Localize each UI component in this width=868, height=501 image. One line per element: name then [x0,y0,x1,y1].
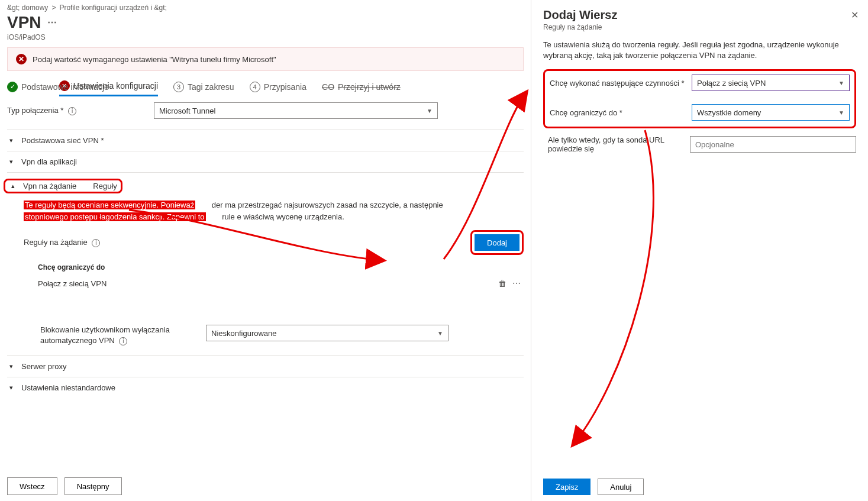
side-row-action: Chcę wykonać następujące czynności * Poł… [550,75,850,91]
block-auto-vpn-label: Blokowanie użytkownikom wyłączania autom… [40,325,200,346]
rule-column-header: Chcę ograniczyć do [24,260,524,275]
section-on-demand-head[interactable]: ▴ Vpn na żądanie Reguły [7,179,524,193]
step-4-num: 4 [250,82,260,92]
connection-type-row: Typ połączenia * i Microsoft Tunnel ▼ [7,102,524,119]
block-auto-vpn-select[interactable]: Nieskonfigurowane ▼ [206,325,448,341]
more-icon[interactable]: ⋯ [47,18,57,27]
more-icon[interactable]: ⋯ [512,279,521,288]
close-icon[interactable]: ✕ [851,9,859,21]
section-proxy-label: Serwer proxy [21,362,67,371]
section-on-demand-rules-label: Reguły [93,182,117,190]
check-icon: ✓ [7,82,18,92]
step-4-label: Przypisania [264,82,306,92]
cancel-button[interactable]: Anuluj [598,479,644,495]
side-row-restrict-select[interactable]: Wszystkie domeny ▼ [692,104,850,121]
chevron-down-icon: ▾ [7,137,15,144]
side-panel-subtitle: Reguły na żądanie [543,23,856,31]
on-demand-desc-hl2: stopniowego postępu łagodzenia sankcji. … [24,212,206,221]
on-demand-rules-label: Reguły na żądanie [24,238,88,247]
side-group-highlight: Chcę wykonać następujące czynności * Poł… [543,69,856,128]
step-3[interactable]: 3 Tagi zakresu [173,82,234,92]
chevron-up-icon: ▴ [9,182,17,190]
connection-type-value: Microsoft Tunnel [159,106,215,115]
section-proxy: ▾ Serwer proxy [7,355,524,377]
side-row-action-select[interactable]: Połącz z siecią VPN ▼ [692,75,850,91]
back-button[interactable]: Wstecz [7,477,57,495]
add-button-highlight: Dodaj [470,230,524,255]
error-text: Podaj wartość wymaganego ustawienia "Wit… [33,55,276,64]
breadcrumb-profiles[interactable]: Profile konfiguracji urządzeń i &gt; [59,4,166,12]
connection-type-label: Typ połączenia * i [7,106,149,115]
chevron-down-icon: ▾ [7,158,15,166]
info-icon[interactable]: i [92,239,100,247]
side-panel-title: Dodaj Wiersz [543,8,856,22]
on-demand-highlight: ▴ Vpn na żądanie Reguły [4,179,122,193]
on-demand-desc-mid1: der ma [212,201,235,209]
breadcrumb: &gt; domowy > Profile konfiguracji urząd… [7,4,524,12]
section-custom-head[interactable]: ▾ Ustawienia niestandardowe [7,383,524,392]
section-per-app: ▾ Vpn dla aplikacji [7,151,524,172]
error-banner: ✕ Podaj wartość wymaganego ustawienia "W… [7,47,524,71]
page-subtitle: iOS/iPadOS [7,33,524,41]
block-auto-vpn-row: Blokowanie użytkownikom wyłączania autom… [24,321,524,350]
connection-type-select[interactable]: Microsoft Tunnel ▼ [154,102,438,119]
step-3-num: 3 [173,82,184,92]
section-proxy-head[interactable]: ▾ Serwer proxy [7,362,524,371]
rule-row-text: Połącz z siecią VPN [38,279,107,288]
footer-side: Zapisz Anuluj [543,479,644,495]
add-rule-button[interactable]: Dodaj [475,234,519,251]
on-demand-desc: Te reguły będą oceniane sekwencyjnie. Po… [24,199,524,223]
error-icon: ✕ [16,54,27,64]
side-row-action-value: Połącz z siecią VPN [697,79,766,88]
next-button[interactable]: Następny [64,477,122,495]
side-row-url: Ale tylko wtedy, gdy ta sonda URL powied… [543,135,856,153]
side-row-restrict-value: Wszystkie domeny [697,108,761,117]
section-base-vpn-label: Podstawowa sieć VPN * [21,136,104,145]
side-panel: ✕ Dodaj Wiersz Reguły na żądanie Te usta… [531,0,868,501]
breadcrumb-sep: > [51,4,56,12]
page-title: VPN ⋯ [7,13,524,32]
breadcrumb-home[interactable]: &gt; domowy [7,4,48,12]
info-icon[interactable]: i [119,337,127,345]
section-custom-label: Ustawienia niestandardowe [21,383,115,392]
on-demand-desc-hl1: Te reguły będą oceniane sekwencyjnie. Po… [24,201,195,209]
trash-icon[interactable]: 🗑 [498,279,507,288]
side-row-url-input[interactable] [690,136,856,153]
on-demand-desc-p1: przestrzegać najsurowszych zasad na szcz… [238,201,443,209]
chevron-down-icon: ▼ [437,330,443,337]
side-row-restrict-label: Chcę ograniczyć do * [550,108,686,117]
side-panel-desc: Te ustawienia służą do tworzenia reguły.… [543,40,856,61]
block-auto-vpn-label-text: Blokowanie użytkownikom wyłączania autom… [40,325,170,345]
chevron-down-icon: ▼ [427,108,433,114]
side-row-restrict: Chcę ograniczyć do * Wszystkie domeny ▼ [550,104,850,121]
step-1[interactable]: ✓ Podstawowe informacje [7,82,109,92]
on-demand-desc-mid2: rule e [222,212,241,221]
connection-type-label-text: Typ połączenia * [7,106,63,115]
chevron-down-icon: ▾ [7,363,15,370]
footer-main: Wstecz Następny [7,477,122,495]
section-base-vpn-head[interactable]: ▾ Podstawowa sieć VPN * [7,136,524,145]
on-demand-rules-row: Reguły na żądanie i Dodaj [24,230,524,255]
section-per-app-head[interactable]: ▾ Vpn dla aplikacji [7,157,524,166]
step-5[interactable]: CO Przejrzyj i utwórz [322,82,401,92]
step-4[interactable]: 4 Przypisania [250,82,306,92]
main-panel: &gt; domowy > Profile konfiguracji urząd… [0,0,531,501]
save-button[interactable]: Zapisz [543,479,591,495]
chevron-down-icon: ▼ [838,109,844,116]
side-row-action-label: Chcę wykonać następujące czynności * [550,79,686,88]
section-custom: ▾ Ustawienia niestandardowe [7,377,524,398]
on-demand-body: Te reguły będą oceniane sekwencyjnie. Po… [7,193,524,350]
rule-list: Chcę ograniczyć do Połącz z siecią VPN 🗑… [24,260,524,292]
chevron-down-icon: ▼ [838,80,844,86]
section-per-app-label: Vpn dla aplikacji [21,157,77,166]
section-on-demand-label: Vpn na żądanie [23,182,76,190]
side-row-url-label: Ale tylko wtedy, gdy ta sonda URL powied… [548,135,684,153]
section-on-demand: ▴ Vpn na żądanie Reguły Te reguły będą o… [7,172,524,355]
rule-row[interactable]: Połącz z siecią VPN 🗑 ⋯ [24,275,524,292]
info-icon[interactable]: i [68,107,76,115]
rule-column-header-text: Chcę ograniczyć do [38,263,105,271]
step-3-label: Tagi zakresu [188,82,234,92]
section-base-vpn: ▾ Podstawowa sieć VPN * [7,130,524,151]
rule-row-actions: 🗑 ⋯ [498,279,521,288]
on-demand-rules-label-wrap: Reguły na żądanie i [24,238,100,247]
